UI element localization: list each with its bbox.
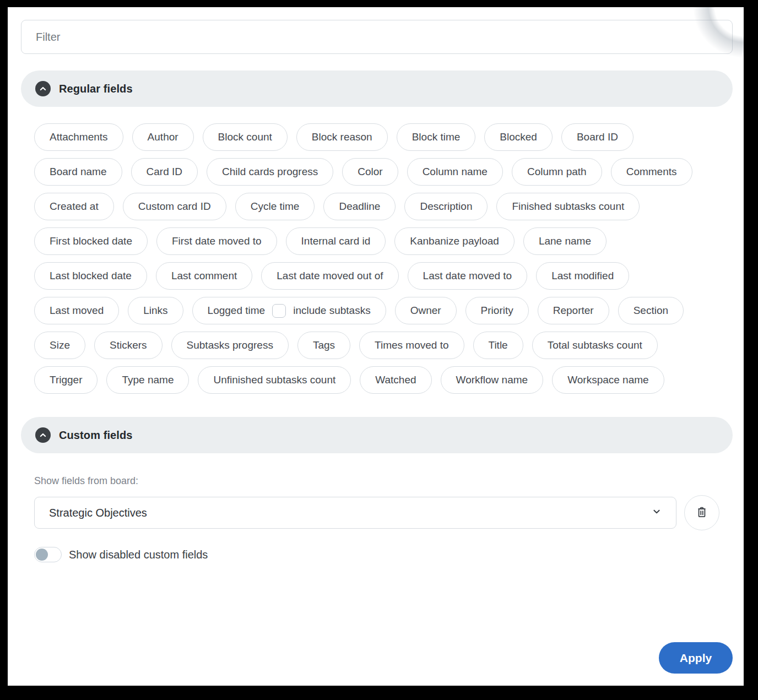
field-chip-card-id[interactable]: Card ID [131, 158, 198, 186]
field-chip-subtasks-progress[interactable]: Subtasks progress [171, 332, 289, 359]
chevron-down-icon [651, 506, 663, 520]
field-chip-created-at[interactable]: Created at [34, 193, 114, 220]
field-chip-label: Priority [481, 305, 513, 317]
board-select[interactable]: Strategic Objectives [34, 497, 676, 529]
field-chip-tags[interactable]: Tags [297, 332, 350, 359]
toggle-knob [36, 549, 48, 561]
custom-fields-title: Custom fields [59, 429, 133, 442]
field-chip-label: Section [634, 305, 668, 317]
field-chip-board-id[interactable]: Board ID [561, 123, 634, 151]
field-chip-last-moved[interactable]: Last moved [34, 297, 119, 324]
field-chip-block-reason[interactable]: Block reason [296, 123, 388, 151]
field-chip-cycle-time[interactable]: Cycle time [235, 193, 315, 220]
regular-fields-header[interactable]: Regular fields [21, 70, 733, 107]
field-chip-label: Deadline [339, 200, 380, 213]
field-chip-last-comment[interactable]: Last comment [156, 262, 252, 290]
field-chip-label: Workflow name [456, 374, 528, 386]
field-chip-label: First blocked date [50, 235, 132, 247]
remove-board-button[interactable] [684, 495, 719, 530]
field-chip-label: Attachments [50, 131, 108, 143]
field-chip-label: Column path [527, 166, 587, 178]
collapse-chevron-up-icon[interactable] [35, 427, 51, 443]
field-chip-last-blocked-date[interactable]: Last blocked date [34, 262, 147, 290]
field-chip-label: Description [420, 200, 472, 213]
field-chip-links[interactable]: Links [128, 297, 183, 324]
field-chip-blocked[interactable]: Blocked [484, 123, 553, 151]
field-chip-label: Card ID [147, 166, 182, 178]
field-chip-author[interactable]: Author [132, 123, 194, 151]
field-chip-description[interactable]: Description [404, 193, 488, 220]
field-chip-label: Links [143, 305, 167, 317]
field-chip-label: Custom card ID [138, 200, 211, 213]
field-chip-logged-time[interactable]: Logged timeinclude subtasks [192, 297, 386, 324]
field-chip-label: Column name [423, 166, 488, 178]
field-chip-color[interactable]: Color [342, 158, 398, 186]
field-chip-label: Finished subtasks count [512, 200, 624, 213]
field-chip-size[interactable]: Size [34, 332, 85, 359]
field-chip-priority[interactable]: Priority [465, 297, 529, 324]
collapse-chevron-up-icon[interactable] [35, 81, 51, 96]
field-chip-label: Last date moved to [423, 270, 512, 282]
field-chip-label: Board name [50, 166, 107, 178]
field-chip-first-blocked-date[interactable]: First blocked date [34, 227, 148, 255]
field-chip-label: Times moved to [375, 339, 448, 351]
field-chip-title[interactable]: Title [473, 332, 523, 359]
field-chip-first-date-moved-to[interactable]: First date moved to [156, 227, 277, 255]
field-chip-workflow-name[interactable]: Workflow name [441, 366, 544, 394]
field-chip-watched[interactable]: Watched [360, 366, 431, 394]
custom-fields-content: Show fields from board: Strategic Object… [21, 453, 733, 562]
field-chip-owner[interactable]: Owner [395, 297, 457, 324]
export-fields-dialog: Regular fields AttachmentsAuthorBlock co… [8, 7, 744, 686]
field-chip-stickers[interactable]: Stickers [94, 332, 163, 359]
field-chip-block-time[interactable]: Block time [397, 123, 476, 151]
custom-fields-header[interactable]: Custom fields [21, 417, 733, 453]
field-chip-attachments[interactable]: Attachments [34, 123, 123, 151]
field-chip-label: Size [50, 339, 70, 351]
field-chip-last-modified[interactable]: Last modified [536, 262, 629, 290]
field-chip-trigger[interactable]: Trigger [34, 366, 98, 394]
field-chip-last-date-moved-to[interactable]: Last date moved to [408, 262, 528, 290]
field-chip-kanbanize-payload[interactable]: Kanbanize payload [394, 227, 515, 255]
field-chip-deadline[interactable]: Deadline [323, 193, 396, 220]
field-chip-block-count[interactable]: Block count [203, 123, 288, 151]
field-chip-label: Title [489, 339, 508, 351]
field-chip-label: Cycle time [251, 200, 300, 213]
field-chip-unfinished-subtasks-count[interactable]: Unfinished subtasks count [198, 366, 351, 394]
field-chip-column-path[interactable]: Column path [512, 158, 602, 186]
field-chip-board-name[interactable]: Board name [34, 158, 122, 186]
field-chip-label: Child cards progress [222, 166, 318, 178]
field-chip-finished-subtasks-count[interactable]: Finished subtasks count [496, 193, 640, 220]
field-chip-label: Owner [410, 305, 441, 317]
field-chip-section[interactable]: Section [618, 297, 684, 324]
field-chip-label: Watched [375, 374, 416, 386]
field-chip-comments[interactable]: Comments [611, 158, 692, 186]
field-chip-lane-name[interactable]: Lane name [523, 227, 607, 255]
field-chip-label: Logged time [208, 305, 266, 317]
field-chip-custom-card-id[interactable]: Custom card ID [123, 193, 226, 220]
field-chip-workspace-name[interactable]: Workspace name [552, 366, 664, 394]
field-chip-last-date-moved-out-of[interactable]: Last date moved out of [261, 262, 398, 290]
field-chip-internal-card-id[interactable]: Internal card id [286, 227, 386, 255]
field-chip-total-subtasks-count[interactable]: Total subtasks count [532, 332, 658, 359]
trash-icon [695, 505, 709, 521]
field-chip-reporter[interactable]: Reporter [538, 297, 609, 324]
field-chip-label: Blocked [500, 131, 537, 143]
field-chip-label: Internal card id [301, 235, 371, 247]
field-chip-checkbox-label: include subtasks [293, 305, 370, 317]
regular-fields-title: Regular fields [59, 83, 133, 95]
field-chip-child-cards-progress[interactable]: Child cards progress [207, 158, 333, 186]
field-chip-label: Comments [626, 166, 677, 178]
filter-input[interactable] [21, 20, 733, 54]
field-chip-type-name[interactable]: Type name [106, 366, 189, 394]
field-chip-label: Last blocked date [50, 270, 132, 282]
include-subtasks-checkbox[interactable] [272, 304, 286, 318]
apply-button[interactable]: Apply [659, 642, 733, 674]
field-chip-label: Unfinished subtasks count [213, 374, 335, 386]
field-chip-column-name[interactable]: Column name [407, 158, 503, 186]
field-chip-times-moved-to[interactable]: Times moved to [359, 332, 464, 359]
show-disabled-toggle[interactable] [34, 547, 62, 562]
field-chip-label: Last moved [50, 305, 104, 317]
field-chip-label: Type name [122, 374, 174, 386]
regular-fields-chips: AttachmentsAuthorBlock countBlock reason… [34, 123, 719, 394]
board-select-value: Strategic Objectives [49, 507, 147, 519]
